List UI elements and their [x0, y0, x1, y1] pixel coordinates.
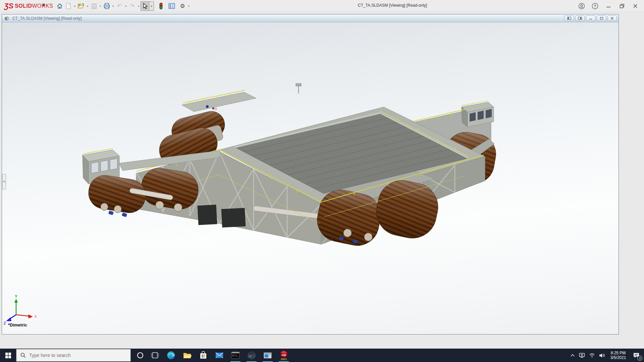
taskbar-search[interactable] [16, 349, 131, 362]
account-button[interactable] [575, 0, 588, 12]
solidworks-2021-icon: SW 2021 [279, 350, 288, 360]
save-icon [91, 3, 97, 9]
taskbar-app-window[interactable] [260, 349, 276, 362]
taskbar-clock[interactable]: 8:25 PM 3/5/2021 [607, 349, 629, 362]
open-icon [77, 3, 85, 9]
file-explorer-icon [183, 351, 192, 359]
svg-text:C:\_: C:\_ [232, 354, 238, 357]
tray-network-button[interactable] [587, 349, 597, 362]
undo-button[interactable]: ↶ [115, 1, 124, 11]
taskbar-app-hexagon[interactable] [244, 349, 260, 362]
doc-restore-button[interactable] [597, 15, 606, 21]
nasa-meatball-decal [206, 105, 209, 108]
splitter-grip-icon [3, 181, 5, 182]
document-titlebar[interactable]: CT_TA.SLDASM [Viewing] [Read-only] [2, 14, 619, 22]
tray-cast-button[interactable] [577, 349, 587, 362]
doc-pane-right-button[interactable] [575, 15, 585, 21]
help-icon: ? [592, 3, 598, 9]
crawler-transporter-model[interactable] [2, 22, 619, 334]
new-document-button[interactable] [64, 1, 73, 11]
mail-icon [215, 352, 224, 359]
notification-count-badge: 3 [637, 356, 642, 361]
orientation-triad[interactable]: Y X Z [2, 295, 42, 335]
save-button[interactable] [90, 1, 98, 11]
windows-logo-icon [5, 353, 11, 358]
assembly-document-icon [4, 15, 10, 21]
doc-close-icon [610, 17, 614, 20]
document-window: CT_TA.SLDASM [Viewing] [Read-only] [2, 14, 619, 335]
gear-icon: ⚙ [180, 3, 185, 10]
taskbar-app-mail[interactable] [211, 349, 227, 362]
tray-chevron-button[interactable] [568, 349, 577, 362]
print-button[interactable] [102, 1, 111, 11]
taskbar-app-task-view[interactable] [147, 349, 163, 362]
save-dropdown[interactable]: ▾ [98, 1, 102, 11]
solidworks-logo: ƷS SOLIDWORKS [4, 2, 53, 10]
mesh-panel [198, 205, 217, 225]
undo-icon: ↶ [117, 2, 122, 10]
redo-dropdown[interactable]: ▾ [137, 1, 141, 11]
print-icon [103, 3, 110, 9]
tray-volume-button[interactable] [597, 349, 607, 362]
doc-pane-left-button[interactable] [565, 15, 574, 21]
graphics-viewport[interactable]: Y X Z *Dimetric [2, 22, 619, 334]
redo-button[interactable]: ↷ [128, 1, 137, 11]
restore-icon [620, 4, 625, 8]
windows-taskbar: C:\_ SW [0, 349, 644, 362]
edge-icon [167, 351, 175, 360]
start-button[interactable] [0, 349, 16, 362]
help-button[interactable]: ? [588, 0, 602, 12]
taskbar-app-edge[interactable] [163, 349, 179, 362]
document-title: CT_TA.SLDASM [Viewing] [Read-only] [12, 16, 82, 21]
doc-close-button[interactable] [607, 15, 617, 21]
display-pane-icon [168, 3, 175, 9]
taskbar-app-solidworks[interactable]: SW 2021 [276, 349, 292, 362]
pane-left-icon [567, 17, 571, 20]
search-input[interactable] [29, 353, 116, 358]
print-dropdown[interactable]: ▾ [111, 1, 115, 11]
svg-text:?: ? [594, 4, 596, 8]
close-icon [633, 4, 638, 8]
options-dropdown[interactable]: ▾ [187, 1, 191, 11]
doc-restore-icon [600, 17, 603, 20]
stoplight-icon [159, 2, 163, 10]
taskbar-app-file-explorer[interactable] [179, 349, 195, 362]
svg-text:SW: SW [282, 354, 286, 357]
minimize-button[interactable] [602, 0, 615, 12]
triad-x-label: X [34, 314, 37, 318]
select-tool-button[interactable] [141, 1, 149, 11]
volume-icon [599, 353, 605, 358]
solidworks-logo-glyph: ƷS [4, 2, 13, 10]
task-view-icon [151, 351, 159, 359]
triad-y-label: Y [15, 295, 17, 298]
undo-dropdown[interactable]: ▾ [124, 1, 128, 11]
home-button[interactable] [55, 1, 64, 11]
wifi-icon [589, 353, 595, 358]
account-icon [578, 3, 585, 9]
open-dropdown[interactable]: ▾ [86, 1, 90, 11]
display-pane-button[interactable] [167, 1, 176, 11]
panel-splitter-handle[interactable] [2, 174, 6, 189]
cortana-icon [137, 352, 144, 359]
taskbar-app-microsoft-store[interactable] [195, 349, 211, 362]
microsoft-store-icon [199, 351, 207, 360]
chevron-up-icon [571, 354, 575, 357]
action-center-button[interactable]: 3 [629, 349, 643, 362]
hexagon-app-icon [247, 351, 256, 360]
options-button[interactable]: ⚙ [178, 1, 187, 11]
restore-button[interactable] [615, 0, 629, 12]
close-button[interactable] [629, 0, 642, 12]
us-flag-decal [212, 108, 217, 110]
taskbar-app-command-prompt[interactable]: C:\_ [227, 349, 244, 362]
mesh-panel [221, 208, 246, 228]
open-button[interactable] [77, 1, 86, 11]
performance-stoplight-button[interactable] [157, 1, 165, 11]
new-document-dropdown[interactable]: ▾ [73, 1, 77, 11]
select-tool-dropdown[interactable]: ▾ [149, 1, 154, 11]
redo-icon: ↷ [129, 2, 135, 10]
command-prompt-icon: C:\_ [231, 351, 240, 359]
cortana-button[interactable] [134, 349, 147, 362]
view-orientation-label: *Dimetric [8, 322, 27, 327]
menu-expand-arrow[interactable] [43, 3, 45, 7]
doc-minimize-button[interactable] [586, 15, 595, 21]
